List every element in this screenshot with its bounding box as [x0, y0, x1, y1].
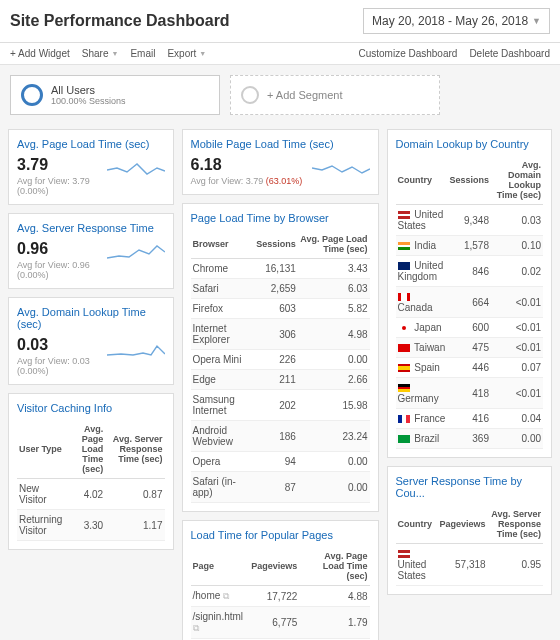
table-row[interactable]: France4160.04: [396, 409, 544, 429]
flag-icon: [398, 415, 410, 423]
sparkline-icon: [312, 156, 370, 178]
segment-all-users[interactable]: All Users 100.00% Sessions: [10, 75, 220, 115]
col-header[interactable]: Avg. Page Load Time (sec): [299, 547, 369, 586]
col-header[interactable]: User Type: [17, 420, 68, 479]
table-row[interactable]: Android Webview18623.24: [191, 421, 370, 452]
table-cell: 1.79: [299, 607, 369, 639]
table-cell: 9,348: [447, 205, 491, 236]
table-row[interactable]: /home ⧉17,7224.88: [191, 586, 370, 607]
widget-popular-pages: Load Time for Popular Pages Page Pagevie…: [182, 520, 379, 640]
table-cell: 6,775: [249, 607, 299, 639]
table-row[interactable]: United States57,3180.95: [396, 544, 544, 586]
sparkline-icon: [107, 336, 165, 358]
table-cell: Opera: [191, 452, 255, 472]
col-header[interactable]: Avg. Server Response Time (sec): [105, 420, 164, 479]
flag-icon: [398, 364, 410, 372]
table-row[interactable]: Japan600<0.01: [396, 318, 544, 338]
table-row[interactable]: New Visitor4.020.87: [17, 479, 165, 510]
widget-title[interactable]: Mobile Page Load Time (sec): [191, 138, 370, 150]
table-row[interactable]: Canada664<0.01: [396, 287, 544, 318]
external-link-icon[interactable]: ⧉: [193, 623, 199, 633]
col-header[interactable]: Avg. Domain Lookup Time (sec): [491, 156, 543, 205]
table-cell: 0.95: [488, 544, 543, 586]
col-header[interactable]: Page: [191, 547, 250, 586]
table-cell: 475: [447, 338, 491, 358]
col-header[interactable]: Country: [396, 505, 438, 544]
table-cell: 4.98: [298, 319, 370, 350]
external-link-icon[interactable]: ⧉: [223, 591, 229, 601]
add-segment-button[interactable]: + Add Segment: [230, 75, 440, 115]
table-cell: <0.01: [491, 338, 543, 358]
page-title: Site Performance Dashboard: [10, 12, 230, 30]
table-row[interactable]: Taiwan475<0.01: [396, 338, 544, 358]
table-row[interactable]: Brazil3690.00: [396, 429, 544, 449]
export-button[interactable]: Export▼: [167, 48, 206, 59]
table-cell: Brazil: [396, 429, 448, 449]
col-header[interactable]: Pageviews: [438, 505, 488, 544]
table-row[interactable]: India1,5780.10: [396, 236, 544, 256]
table-row[interactable]: Safari (in-app)870.00: [191, 472, 370, 503]
table-row[interactable]: United States9,3480.03: [396, 205, 544, 236]
email-button[interactable]: Email: [130, 48, 155, 59]
col-header[interactable]: Sessions: [447, 156, 491, 205]
table-cell: Canada: [396, 287, 448, 318]
table-row[interactable]: Safari2,6596.03: [191, 279, 370, 299]
col-header[interactable]: Sessions: [254, 230, 298, 259]
table-row[interactable]: Spain4460.07: [396, 358, 544, 378]
col-header[interactable]: Browser: [191, 230, 255, 259]
table-cell: 202: [254, 390, 298, 421]
table-row[interactable]: Firefox6035.82: [191, 299, 370, 319]
table-cell: 0.87: [105, 479, 164, 510]
table-row[interactable]: Edge2112.66: [191, 370, 370, 390]
date-range-picker[interactable]: May 20, 2018 - May 26, 2018 ▼: [363, 8, 550, 34]
add-widget-button[interactable]: + Add Widget: [10, 48, 70, 59]
table-cell: Samsung Internet: [191, 390, 255, 421]
table-cell: 1.17: [105, 510, 164, 541]
table-cell: 0.03: [491, 205, 543, 236]
delete-dashboard-button[interactable]: Delete Dashboard: [469, 48, 550, 59]
widget-title[interactable]: Domain Lookup by Country: [396, 138, 544, 150]
widget-title[interactable]: Server Response Time by Cou...: [396, 475, 544, 499]
share-button[interactable]: Share▼: [82, 48, 119, 59]
widget-title[interactable]: Avg. Page Load Time (sec): [17, 138, 165, 150]
table-row[interactable]: Opera940.00: [191, 452, 370, 472]
table-row[interactable]: /signin.html ⧉6,7751.79: [191, 607, 370, 639]
col-header[interactable]: Avg. Page Load Time (sec): [68, 420, 105, 479]
col-header[interactable]: Pageviews: [249, 547, 299, 586]
widget-title[interactable]: Avg. Server Response Time: [17, 222, 165, 234]
table-row[interactable]: Samsung Internet20215.98: [191, 390, 370, 421]
table-row[interactable]: Germany418<0.01: [396, 378, 544, 409]
chevron-down-icon: ▼: [532, 16, 541, 26]
widget-title[interactable]: Visitor Caching Info: [17, 402, 165, 414]
table-cell: 600: [447, 318, 491, 338]
table-cell: 226: [254, 350, 298, 370]
col-header[interactable]: Avg. Server Response Time (sec): [488, 505, 543, 544]
table-cell: 17,722: [249, 586, 299, 607]
segment-title: All Users: [51, 84, 126, 96]
add-segment-label: + Add Segment: [267, 89, 343, 101]
widget-title[interactable]: Avg. Domain Lookup Time (sec): [17, 306, 165, 330]
col-header[interactable]: Avg. Page Load Time (sec): [298, 230, 370, 259]
table-row[interactable]: Opera Mini2260.00: [191, 350, 370, 370]
widget-title[interactable]: Load Time for Popular Pages: [191, 529, 370, 541]
table-cell: 416: [447, 409, 491, 429]
widget-title[interactable]: Page Load Time by Browser: [191, 212, 370, 224]
table-cell: Chrome: [191, 259, 255, 279]
table-row[interactable]: Chrome16,1313.43: [191, 259, 370, 279]
table-cell: 23.24: [298, 421, 370, 452]
col-header[interactable]: Country: [396, 156, 448, 205]
customize-dashboard-button[interactable]: Customize Dashboard: [358, 48, 457, 59]
table-cell: United Kingdom: [396, 256, 448, 287]
table-cell: 94: [254, 452, 298, 472]
table-row[interactable]: United Kingdom8460.02: [396, 256, 544, 287]
table-row[interactable]: Internet Explorer3064.98: [191, 319, 370, 350]
table-row[interactable]: Returning Visitor3.301.17: [17, 510, 165, 541]
table-cell: <0.01: [491, 318, 543, 338]
table-cell: 57,318: [438, 544, 488, 586]
table-cell: 603: [254, 299, 298, 319]
sparkline-icon: [107, 240, 165, 262]
flag-icon: [398, 211, 410, 219]
widget-avg-domain-lookup: Avg. Domain Lookup Time (sec) 0.03 Avg f…: [8, 297, 174, 385]
table-cell: United States: [396, 205, 448, 236]
table-cell: 5.82: [298, 299, 370, 319]
